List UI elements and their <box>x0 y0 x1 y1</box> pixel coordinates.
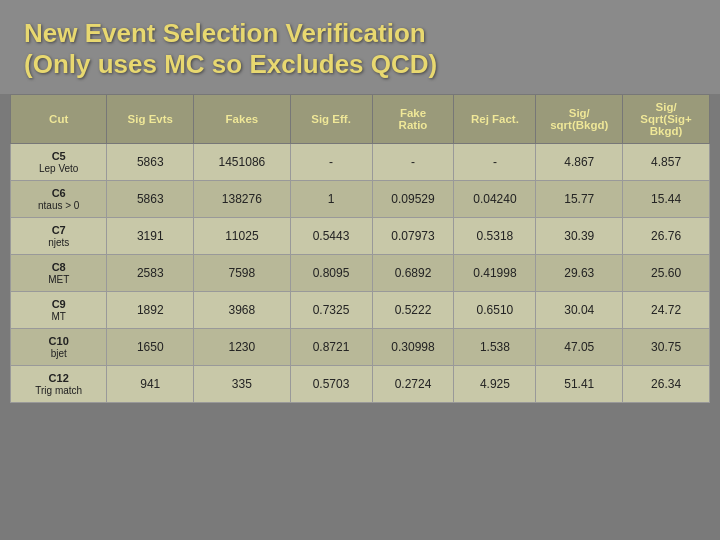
table-row: C9MT189239680.73250.52220.651030.0424.72 <box>11 292 710 329</box>
cell-sig_evts: 941 <box>107 366 194 403</box>
cell-rej_fact: 4.925 <box>454 366 536 403</box>
cell-sig_sqrt_bkgd: 30.04 <box>536 292 623 329</box>
title-area: New Event Selection Verification (Only u… <box>0 0 720 94</box>
cell-sig_sqrt_sig_bkgd: 4.857 <box>623 144 710 181</box>
page-title: New Event Selection Verification (Only u… <box>24 18 696 80</box>
header-rej-fact: Rej Fact. <box>454 95 536 144</box>
cell-rej_fact: 0.41998 <box>454 255 536 292</box>
cell-sig_sqrt_bkgd: 15.77 <box>536 181 623 218</box>
cell-cut: C9MT <box>11 292 107 329</box>
cell-fake_ratio: 0.5222 <box>372 292 454 329</box>
cell-sig_sqrt_bkgd: 47.05 <box>536 329 623 366</box>
cell-fake_ratio: 0.09529 <box>372 181 454 218</box>
cell-rej_fact: - <box>454 144 536 181</box>
data-table: Cut Sig Evts Fakes Sig Eff. FakeRatio Re… <box>10 94 710 403</box>
cell-sig_evts: 5863 <box>107 181 194 218</box>
cell-fakes: 1230 <box>194 329 290 366</box>
cell-sig_sqrt_bkgd: 30.39 <box>536 218 623 255</box>
cell-rej_fact: 1.538 <box>454 329 536 366</box>
header-sig-sqrt-sig-bkgd: Sig/Sqrt(Sig+Bkgd) <box>623 95 710 144</box>
cell-fake_ratio: - <box>372 144 454 181</box>
cell-fakes: 7598 <box>194 255 290 292</box>
header-fake-ratio: FakeRatio <box>372 95 454 144</box>
cell-fake_ratio: 0.2724 <box>372 366 454 403</box>
cell-sig_eff: 0.7325 <box>290 292 372 329</box>
table-body: C5Lep Veto58631451086---4.8674.857C6ntau… <box>11 144 710 403</box>
cell-rej_fact: 0.6510 <box>454 292 536 329</box>
cell-sig_sqrt_sig_bkgd: 26.34 <box>623 366 710 403</box>
cell-fake_ratio: 0.30998 <box>372 329 454 366</box>
cell-sig_eff: 1 <box>290 181 372 218</box>
cell-cut: C10bjet <box>11 329 107 366</box>
cell-rej_fact: 0.04240 <box>454 181 536 218</box>
cell-sig_evts: 1892 <box>107 292 194 329</box>
cell-sig_eff: 0.8095 <box>290 255 372 292</box>
cell-cut: C8MET <box>11 255 107 292</box>
header-cut: Cut <box>11 95 107 144</box>
cell-fakes: 3968 <box>194 292 290 329</box>
header-sig-eff: Sig Eff. <box>290 95 372 144</box>
cell-sig_sqrt_sig_bkgd: 15.44 <box>623 181 710 218</box>
cell-cut: C12Trig match <box>11 366 107 403</box>
cell-sig_evts: 3191 <box>107 218 194 255</box>
cell-fake_ratio: 0.6892 <box>372 255 454 292</box>
cell-sig_sqrt_sig_bkgd: 30.75 <box>623 329 710 366</box>
cell-sig_eff: 0.5443 <box>290 218 372 255</box>
cell-sig_eff: 0.8721 <box>290 329 372 366</box>
cell-fakes: 138276 <box>194 181 290 218</box>
table-row: C7njets3191110250.54430.079730.531830.39… <box>11 218 710 255</box>
cell-sig_evts: 2583 <box>107 255 194 292</box>
page: New Event Selection Verification (Only u… <box>0 0 720 540</box>
cell-sig_sqrt_sig_bkgd: 26.76 <box>623 218 710 255</box>
cell-cut: C6ntaus > 0 <box>11 181 107 218</box>
cell-rej_fact: 0.5318 <box>454 218 536 255</box>
table-wrapper: Cut Sig Evts Fakes Sig Eff. FakeRatio Re… <box>0 94 720 540</box>
cell-sig_sqrt_bkgd: 51.41 <box>536 366 623 403</box>
cell-sig_sqrt_sig_bkgd: 24.72 <box>623 292 710 329</box>
cell-fakes: 11025 <box>194 218 290 255</box>
table-row: C6ntaus > 0586313827610.095290.0424015.7… <box>11 181 710 218</box>
table-row: C5Lep Veto58631451086---4.8674.857 <box>11 144 710 181</box>
table-row: C12Trig match9413350.57030.27244.92551.4… <box>11 366 710 403</box>
cell-cut: C7njets <box>11 218 107 255</box>
table-header-row: Cut Sig Evts Fakes Sig Eff. FakeRatio Re… <box>11 95 710 144</box>
table-row: C8MET258375980.80950.68920.4199829.6325.… <box>11 255 710 292</box>
cell-sig_evts: 1650 <box>107 329 194 366</box>
cell-sig_sqrt_bkgd: 29.63 <box>536 255 623 292</box>
header-sig-sqrt-bkgd: Sig/sqrt(Bkgd) <box>536 95 623 144</box>
cell-fakes: 1451086 <box>194 144 290 181</box>
cell-sig_evts: 5863 <box>107 144 194 181</box>
cell-sig_sqrt_sig_bkgd: 25.60 <box>623 255 710 292</box>
cell-fakes: 335 <box>194 366 290 403</box>
cell-sig_eff: 0.5703 <box>290 366 372 403</box>
header-sig-evts: Sig Evts <box>107 95 194 144</box>
cell-sig_sqrt_bkgd: 4.867 <box>536 144 623 181</box>
cell-cut: C5Lep Veto <box>11 144 107 181</box>
cell-sig_eff: - <box>290 144 372 181</box>
header-fakes: Fakes <box>194 95 290 144</box>
table-row: C10bjet165012300.87210.309981.53847.0530… <box>11 329 710 366</box>
cell-fake_ratio: 0.07973 <box>372 218 454 255</box>
